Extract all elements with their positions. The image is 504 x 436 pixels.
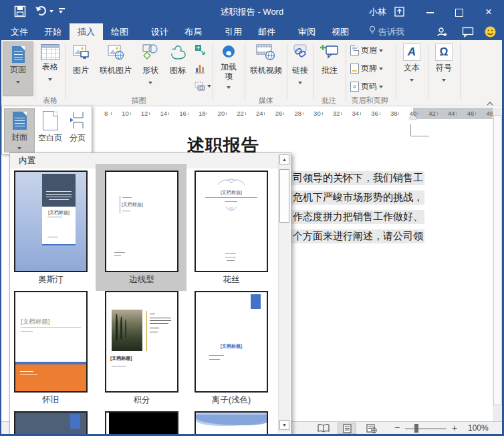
read-mode-icon — [318, 424, 330, 433]
tab-references[interactable]: 引用 — [217, 23, 250, 40]
ruler-tick — [398, 112, 399, 115]
pictures-button[interactable]: 图片 — [68, 41, 94, 95]
chart-button[interactable] — [195, 63, 205, 74]
web-layout-button[interactable] — [362, 423, 381, 434]
document-vertical-scrollbar[interactable] — [493, 108, 502, 421]
ruler-tick — [303, 112, 303, 115]
gallery-scroll-up-icon[interactable]: ▲ — [279, 154, 289, 165]
online-pictures-icon — [107, 43, 124, 61]
cover-template-partial-1[interactable] — [14, 411, 88, 435]
read-mode-button[interactable] — [314, 423, 333, 434]
smartart-button[interactable] — [195, 44, 205, 55]
collapse-ribbon-chevron-icon[interactable] — [487, 96, 493, 108]
comment-button[interactable]: 批注 — [316, 41, 344, 95]
tab-insert[interactable]: 插入 — [70, 23, 103, 40]
margin-corner-mark — [410, 124, 411, 136]
text-a-icon: A — [403, 43, 420, 61]
scrollbar-thumb[interactable] — [493, 115, 502, 405]
tab-view[interactable]: 视图 — [324, 23, 357, 40]
tab-layout[interactable]: 布局 — [176, 23, 210, 40]
margin-corner-mark — [410, 136, 429, 136]
zoom-out-button[interactable]: − — [393, 424, 401, 432]
text-dropdown-arrow-icon — [410, 79, 414, 82]
gallery-scrollbar[interactable]: ▲ ▼ — [278, 154, 290, 433]
shapes-button[interactable]: 形状 — [137, 41, 164, 95]
maximize-button[interactable] — [448, 0, 471, 23]
template-label: 边线型 — [96, 274, 187, 286]
cover-page-gallery: 内置 [文档标题] [文档标题] [文 — [9, 152, 291, 435]
minimize-button[interactable] — [418, 0, 441, 23]
shapes-icon — [142, 43, 159, 61]
online-pictures-button[interactable]: 联机图片 — [95, 41, 136, 95]
cover-template-ion-light[interactable]: [文档标题] — [195, 291, 268, 393]
tab-file[interactable]: 文件 — [3, 23, 36, 40]
document-text-line[interactable]: 个方面来进行阐述，请公司领 — [291, 229, 424, 243]
cover-template-filigree[interactable]: [文档标题] — [195, 171, 268, 272]
document-text-line[interactable]: 危机下严峻市场形势的挑战， — [291, 191, 424, 205]
header-button[interactable]: 页眉 — [350, 45, 383, 56]
smartart-icon — [195, 44, 205, 55]
template-label: 怀旧 — [9, 395, 96, 406]
page-break-icon — [69, 111, 86, 129]
tab-tell-me[interactable]: 告诉我 — [361, 23, 412, 40]
zoom-in-button[interactable]: + — [451, 424, 459, 432]
icons-duck-icon — [168, 43, 187, 61]
template-label: 积分 — [96, 395, 187, 406]
zoom-level[interactable]: 100% — [468, 423, 489, 433]
page-number-icon: # — [350, 82, 359, 92]
cover-template-integral[interactable]: [文档标题] — [105, 291, 178, 393]
cover-template-austin[interactable]: [文档标题] — [14, 171, 88, 272]
user-name[interactable]: 小林 — [369, 0, 386, 23]
page-number-button[interactable]: # 页码 — [350, 81, 383, 92]
zoom-slider[interactable] — [405, 428, 447, 429]
icons-button[interactable]: 图标 — [164, 41, 191, 95]
new-comment-icon — [320, 43, 340, 61]
tab-mailings[interactable]: 邮件 — [250, 23, 283, 40]
ruler-tick — [341, 112, 342, 115]
ruler-tick — [437, 112, 438, 115]
zoom-slider-thumb[interactable] — [414, 424, 418, 433]
cover-page-button[interactable]: 封面 — [4, 108, 35, 152]
document-text-line[interactable]: 司领导的关怀下，我们销售工 — [291, 171, 424, 185]
text-button[interactable]: A 文本 — [398, 41, 425, 95]
share-contact-icon[interactable] — [430, 23, 455, 40]
footer-button[interactable]: 页脚 — [350, 63, 383, 74]
screenshot-button[interactable] — [195, 82, 211, 91]
cover-template-sideline[interactable]: [文档标题] — [105, 171, 178, 272]
page-break-button[interactable]: 分页 — [66, 108, 90, 151]
close-button[interactable]: × — [477, 0, 500, 23]
ruler-tick — [283, 112, 284, 115]
gallery-scroll-down-icon[interactable]: ▼ — [279, 420, 289, 430]
group-label-table: 表格 — [37, 96, 64, 106]
blank-page-button[interactable]: 空白页 — [36, 108, 64, 151]
online-video-icon — [256, 43, 276, 61]
cover-template-retrospect[interactable]: [文档标题] — [14, 291, 88, 393]
document-text-line[interactable]: 作态度拼力把销售工作做好、 — [291, 210, 424, 224]
gallery-scrollbar-thumb[interactable] — [279, 169, 289, 223]
template-label: 花丝 — [186, 274, 277, 286]
table-button[interactable]: 表格 — [37, 41, 64, 95]
comment-bubble-icon[interactable] — [455, 23, 481, 40]
cover-template-partial-3[interactable] — [195, 411, 268, 435]
group-label-comments: 批注 — [314, 96, 344, 106]
pictures-icon — [72, 43, 90, 61]
addins-button[interactable]: 加载项 — [215, 41, 242, 95]
addins-dropdown-arrow-icon — [227, 86, 231, 89]
footer-icon — [350, 64, 359, 74]
cover-template-partial-2[interactable] — [105, 411, 178, 435]
tab-draw[interactable]: 绘图 — [103, 23, 136, 40]
ribbon-display-options-icon[interactable] — [394, 7, 404, 19]
tab-design[interactable]: 设计 — [143, 23, 176, 40]
symbols-button[interactable]: Ω 符号 — [430, 41, 457, 95]
omega-symbol-icon: Ω — [435, 43, 453, 61]
pages-button[interactable]: 页面 — [3, 41, 33, 96]
online-video-button[interactable]: 联机视频 — [247, 41, 285, 95]
ruler-tick — [149, 112, 150, 115]
print-layout-button[interactable] — [338, 423, 356, 434]
smiley-feedback-icon[interactable] — [481, 23, 504, 40]
tab-review[interactable]: 审阅 — [290, 23, 324, 40]
template-label: 奥斯汀 — [9, 274, 96, 286]
link-button[interactable]: 链接 — [289, 41, 311, 95]
header-icon — [350, 45, 359, 56]
tab-home[interactable]: 开始 — [36, 23, 70, 40]
